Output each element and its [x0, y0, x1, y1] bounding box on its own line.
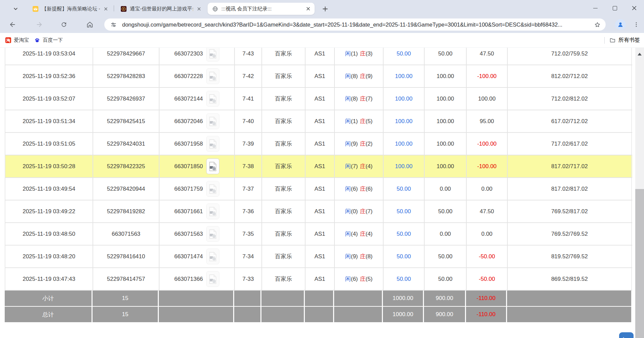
- maximize-icon: [613, 6, 617, 10]
- cell-game: 百家乐: [262, 88, 306, 110]
- cell-bet-amount[interactable]: 100.00: [384, 88, 425, 110]
- scroll-up-arrow-icon[interactable]: [635, 50, 644, 59]
- video-replay-button[interactable]: [206, 181, 219, 197]
- tab-close-icon[interactable]: [305, 6, 311, 12]
- bookmark-taobao[interactable]: 淘 爱淘宝: [5, 37, 29, 43]
- site-settings-icon[interactable]: [110, 22, 117, 28]
- cell-result: 闲(1)庄(5): [335, 110, 384, 132]
- table-row: 2025-11-19 03:52:07 522978426937 6630721…: [5, 88, 632, 110]
- video-replay-button[interactable]: [206, 226, 219, 242]
- tab-bet-records-active[interactable]: :::视讯 会员下注纪录:::: [208, 3, 315, 15]
- video-replay-button[interactable]: [206, 203, 219, 219]
- cell-balance: 769.52/817.02: [508, 200, 632, 222]
- cell-round-id: 663071958: [159, 133, 235, 155]
- cell-round: 7-43: [235, 48, 262, 65]
- cell-valid-amount: 50.00: [425, 246, 467, 267]
- cell-balance: 812.02/712.02: [508, 65, 632, 87]
- round-id-text: 663072228: [174, 73, 203, 80]
- cell-winloss: -50.00: [467, 246, 508, 267]
- cell-valid-amount: 100.00: [425, 133, 467, 155]
- cell-valid-amount: 0.00: [425, 223, 467, 245]
- new-tab-button[interactable]: [320, 4, 330, 13]
- forward-arrow-icon: [36, 21, 43, 28]
- chevron-down-icon: [13, 6, 18, 11]
- cell-table: AS1: [306, 268, 335, 290]
- cell-result: 闲(9)庄(2): [335, 133, 384, 155]
- cell-valid-amount: 100.00: [425, 88, 467, 110]
- back-button[interactable]: [7, 19, 18, 30]
- video-replay-button[interactable]: [206, 113, 219, 129]
- reload-button[interactable]: [58, 19, 70, 30]
- profile-avatar[interactable]: [615, 19, 626, 30]
- cell-valid-amount: 0.00: [425, 178, 467, 200]
- cell-round-id: 663071661: [159, 200, 235, 222]
- subtotal-bet: 1000.00: [383, 291, 424, 306]
- cell-bet-amount[interactable]: 100.00: [384, 155, 425, 177]
- round-id-text: 663072144: [174, 96, 203, 102]
- cell-bet-amount[interactable]: 50.00: [384, 246, 425, 267]
- page-scrollbar[interactable]: [635, 48, 644, 338]
- tab-forum[interactable]: 【新提醒】海燕策略论坛 - 综合: [28, 3, 112, 15]
- bookmark-baidu[interactable]: 百度一下: [34, 37, 63, 43]
- cell-bet-amount[interactable]: 50.00: [384, 223, 425, 245]
- cell-table: AS1: [306, 246, 335, 267]
- browser-menu-button[interactable]: [631, 19, 642, 30]
- cell-winloss: -100.00: [467, 65, 508, 87]
- cell-balance: 817.02/817.02: [508, 178, 632, 200]
- total-bet: 1000.00: [383, 307, 424, 322]
- cell-table: AS1: [306, 110, 335, 132]
- bookmarks-bar: 淘 爱淘宝 百度一下 所有书签: [0, 33, 644, 48]
- table-row: 2025-11-19 03:48:20 522978416410 6630714…: [5, 246, 632, 268]
- cell-game: 百家乐: [262, 155, 306, 177]
- tab-tongbao[interactable]: 通宝-信誉最好的网上游戏平台: [116, 3, 205, 15]
- cell-game: 百家乐: [262, 178, 306, 200]
- cell-round-id: 663071474: [159, 246, 235, 267]
- round-id-text: 663071661: [174, 208, 203, 215]
- video-replay-button[interactable]: [206, 48, 219, 62]
- cell-bet-amount[interactable]: 100.00: [384, 110, 425, 132]
- table-row: 2025-11-19 03:53:04 522978429667 6630723…: [5, 48, 632, 65]
- subtotal-label: 小计: [5, 291, 93, 306]
- cell-round: 7-37: [235, 178, 262, 200]
- address-bar[interactable]: dongshouji.com/game/betrecord_search/kin…: [104, 18, 606, 31]
- video-replay-button[interactable]: [206, 158, 219, 174]
- subtotal-row: 小计 15 1000.00 900.00 -110.00: [5, 291, 632, 306]
- cell-round: 7-34: [235, 246, 262, 267]
- video-icon: [209, 49, 217, 59]
- round-id-text: 663072303: [174, 50, 203, 57]
- tab-close-icon[interactable]: [196, 6, 202, 12]
- video-replay-button[interactable]: [206, 91, 219, 107]
- cell-bet-amount[interactable]: 100.00: [384, 65, 425, 87]
- video-replay-button[interactable]: [206, 249, 219, 264]
- bookmark-star-icon[interactable]: [594, 21, 601, 28]
- video-replay-button[interactable]: [206, 68, 219, 84]
- cell-table: AS1: [306, 88, 335, 110]
- cell-bet-amount[interactable]: 50.00: [384, 48, 425, 65]
- maximize-button[interactable]: [605, 0, 624, 16]
- close-window-button[interactable]: [624, 0, 644, 16]
- home-button[interactable]: [84, 19, 96, 30]
- total-valid: 900.00: [424, 307, 466, 322]
- minimize-button[interactable]: [585, 0, 605, 16]
- forward-button[interactable]: [34, 19, 45, 30]
- all-bookmarks-button[interactable]: 所有书签: [609, 37, 640, 44]
- video-replay-button[interactable]: [206, 136, 219, 152]
- scrollbar-thumb[interactable]: [635, 189, 644, 338]
- cell-round-id: 663072228: [159, 65, 235, 87]
- video-replay-button[interactable]: [206, 271, 219, 287]
- cell-balance: 769.52/769.52: [508, 223, 632, 245]
- tab-search-button[interactable]: [11, 4, 20, 13]
- back-to-top-button[interactable]: [619, 332, 634, 338]
- cell-bet-id: 522978416410: [93, 246, 159, 267]
- subtotal-winloss: -110.00: [466, 291, 507, 306]
- table-row: 2025-11-19 03:48:50 663071563 663071563 …: [5, 223, 632, 246]
- cell-bet-amount[interactable]: 100.00: [384, 133, 425, 155]
- cell-bet-amount[interactable]: 50.00: [384, 200, 425, 222]
- cell-game: 百家乐: [262, 65, 306, 87]
- cell-valid-amount: 100.00: [425, 155, 467, 177]
- cell-bet-amount[interactable]: 50.00: [384, 178, 425, 200]
- cell-table: AS1: [306, 48, 335, 65]
- table-row: 2025-11-19 03:51:34 522978425415 6630720…: [5, 110, 632, 133]
- tab-close-icon[interactable]: [103, 6, 109, 12]
- cell-bet-amount[interactable]: 50.00: [384, 268, 425, 290]
